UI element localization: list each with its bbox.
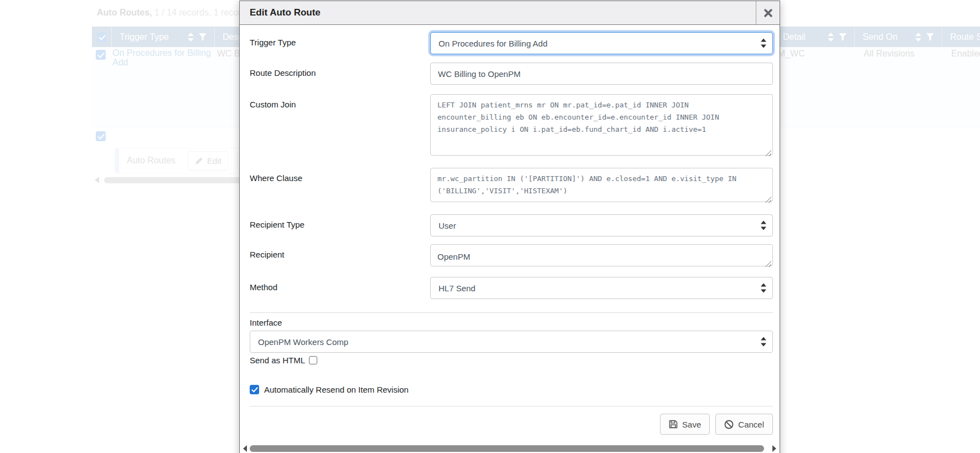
recipient-label: Recipient xyxy=(250,244,430,269)
dialog-horizontal-scrollbar[interactable] xyxy=(240,444,779,453)
recipient-type-label: Recipient Type xyxy=(250,214,430,236)
save-button[interactable]: Save xyxy=(660,414,710,435)
trigger-type-value: On Procedures for Billing Add xyxy=(439,39,548,48)
edit-auto-route-dialog: Edit Auto Route Trigger Type On Procedur… xyxy=(239,1,780,453)
section-divider xyxy=(250,312,773,313)
auto-resend-row: Automatically Resend on Item Revision xyxy=(250,385,773,394)
cancel-button-label: Cancel xyxy=(738,420,764,429)
scrollbar-thumb[interactable] xyxy=(250,445,764,452)
auto-resend-label: Automatically Resend on Item Revision xyxy=(264,385,409,394)
dialog-title: Edit Auto Route xyxy=(240,7,321,18)
save-button-label: Save xyxy=(682,420,701,429)
send-as-html-checkbox[interactable] xyxy=(309,356,317,364)
scroll-left-arrow-icon[interactable] xyxy=(243,445,247,452)
auto-resend-checkbox[interactable] xyxy=(250,385,259,394)
custom-join-textarea[interactable]: LEFT JOIN patient_mrns mr ON mr.pat_id=e… xyxy=(430,94,773,156)
method-label: Method xyxy=(250,277,430,299)
select-stepper-icon xyxy=(761,39,766,48)
close-icon xyxy=(764,9,772,17)
method-value: HL7 Send xyxy=(439,284,476,293)
trigger-type-label: Trigger Type xyxy=(250,32,430,54)
recipient-type-select[interactable]: User xyxy=(430,214,773,236)
select-stepper-icon xyxy=(761,221,766,230)
route-description-label: Route Description xyxy=(250,63,430,85)
route-description-input[interactable] xyxy=(430,63,773,85)
interface-select[interactable]: OpenPM Workers Comp xyxy=(250,331,773,353)
interface-label: Interface xyxy=(250,318,773,327)
where-clause-textarea[interactable]: mr.wc_partition IN ('[PARTITION]') AND e… xyxy=(430,168,773,202)
send-as-html-row: Send as HTML xyxy=(250,356,773,365)
footer-divider xyxy=(250,406,773,406)
cancel-button[interactable]: Cancel xyxy=(715,414,773,435)
method-select[interactable]: HL7 Send xyxy=(430,277,773,299)
scroll-right-arrow-icon[interactable] xyxy=(772,445,776,452)
save-icon xyxy=(669,420,678,429)
interface-value: OpenPM Workers Comp xyxy=(258,337,348,347)
recipient-type-value: User xyxy=(439,221,456,230)
select-stepper-icon xyxy=(761,337,766,347)
dialog-header[interactable]: Edit Auto Route xyxy=(240,1,780,25)
custom-join-label: Custom Join xyxy=(250,94,430,158)
select-stepper-icon xyxy=(761,284,766,293)
trigger-type-select[interactable]: On Procedures for Billing Add xyxy=(430,32,773,54)
close-button[interactable] xyxy=(756,1,780,24)
where-clause-label: Where Clause xyxy=(250,168,430,204)
cancel-icon xyxy=(724,420,734,429)
recipient-textarea[interactable]: OpenPM xyxy=(430,244,773,266)
send-as-html-label: Send as HTML xyxy=(250,356,305,365)
